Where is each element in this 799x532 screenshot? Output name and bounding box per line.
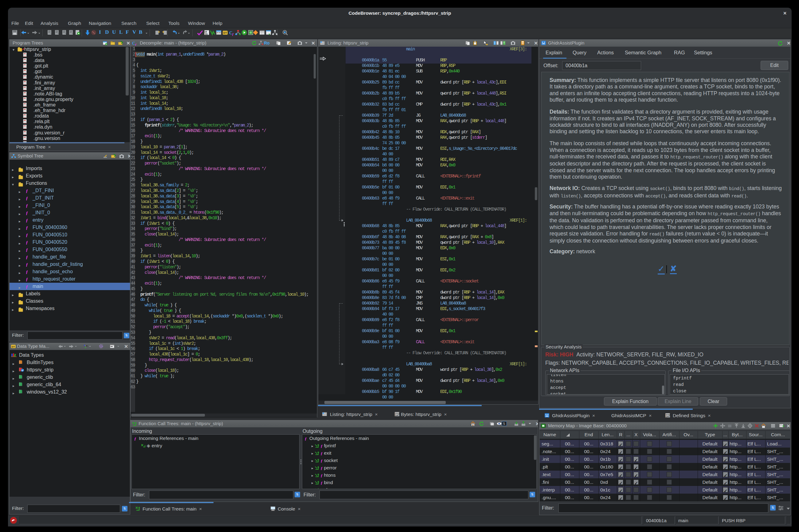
svg-text:01: 01	[205, 33, 208, 35]
svg-text:DAT: DAT	[666, 415, 670, 418]
svg-text:Ro: Ro	[264, 40, 270, 45]
svg-text:f: f	[232, 32, 234, 36]
svg-text:DT: DT	[12, 345, 15, 348]
svg-text:C: C	[132, 41, 135, 46]
svg-text:5: 5	[503, 422, 505, 425]
svg-text:DAT: DAT	[395, 414, 400, 416]
svg-text:f: f	[135, 43, 137, 46]
svg-text:10: 10	[205, 31, 207, 33]
svg-text:DT: DT	[223, 31, 227, 34]
